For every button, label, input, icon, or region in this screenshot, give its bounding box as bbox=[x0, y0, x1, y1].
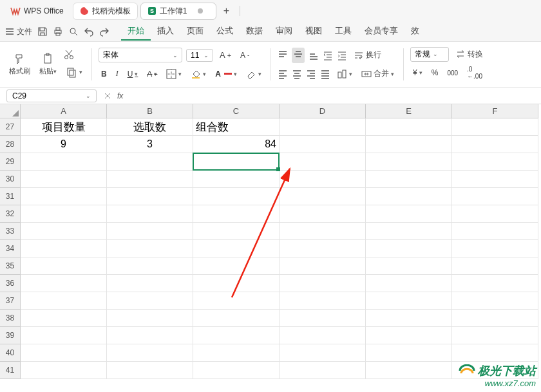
cell-B33[interactable] bbox=[107, 223, 193, 240]
cell-B34[interactable] bbox=[107, 240, 193, 257]
cell-D32[interactable] bbox=[280, 205, 366, 223]
cell-C41[interactable] bbox=[193, 362, 280, 379]
cell-E39[interactable] bbox=[366, 327, 452, 344]
cell-D38[interactable] bbox=[280, 310, 366, 327]
cell-D27[interactable] bbox=[280, 118, 366, 136]
row-header-29[interactable]: 29 bbox=[0, 153, 21, 171]
hamburger-menu[interactable]: 文件 bbox=[5, 26, 32, 37]
cell-B27[interactable]: 选取数 bbox=[107, 118, 193, 136]
col-header-D[interactable]: D bbox=[280, 104, 366, 118]
font-size-select[interactable]: 11⌄ bbox=[186, 49, 213, 62]
menu-tab-6[interactable]: 视图 bbox=[299, 23, 328, 41]
row-header-34[interactable]: 34 bbox=[0, 240, 21, 257]
cell-C33[interactable] bbox=[193, 223, 280, 240]
col-header-F[interactable]: F bbox=[452, 104, 538, 118]
row-header-41[interactable]: 41 bbox=[0, 362, 21, 379]
cell-D41[interactable] bbox=[280, 362, 366, 379]
spreadsheet-grid[interactable]: ABCDEF 272829303132333435363738394041 项目… bbox=[0, 104, 541, 392]
row-header-30[interactable]: 30 bbox=[0, 171, 21, 188]
underline-button[interactable]: U ▾ bbox=[125, 68, 141, 80]
cell-E32[interactable] bbox=[366, 205, 452, 223]
cell-D35[interactable] bbox=[280, 257, 366, 275]
cell-F30[interactable] bbox=[452, 171, 538, 188]
row-header-28[interactable]: 28 bbox=[0, 136, 21, 153]
cell-B31[interactable] bbox=[107, 188, 193, 205]
align-center-icon[interactable] bbox=[292, 69, 302, 79]
cell-F37[interactable] bbox=[452, 292, 538, 310]
comma-button[interactable]: 000 bbox=[444, 68, 460, 79]
menu-tab-3[interactable]: 公式 bbox=[210, 23, 240, 41]
percent-button[interactable]: % bbox=[429, 66, 441, 79]
row-header-39[interactable]: 39 bbox=[0, 327, 21, 344]
orientation-button[interactable]: ▾ bbox=[334, 67, 355, 81]
name-box[interactable]: C29 ⌄ bbox=[6, 89, 97, 102]
new-tab-button[interactable]: + bbox=[219, 4, 233, 18]
cell-A34[interactable] bbox=[21, 240, 107, 257]
align-bottom-icon[interactable] bbox=[308, 50, 319, 61]
document-tab[interactable]: S 工作簿1 bbox=[140, 3, 217, 20]
col-header-A[interactable]: A bbox=[21, 104, 107, 118]
cell-C37[interactable] bbox=[193, 292, 280, 310]
align-left-icon[interactable] bbox=[278, 69, 288, 79]
cell-A32[interactable] bbox=[21, 205, 107, 223]
align-middle-icon[interactable] bbox=[293, 49, 303, 59]
increase-indent-icon[interactable] bbox=[337, 50, 347, 61]
cell-E40[interactable] bbox=[366, 344, 452, 362]
cell-F36[interactable] bbox=[452, 275, 538, 292]
menu-tab-0[interactable]: 开始 bbox=[121, 23, 151, 41]
cell-F39[interactable] bbox=[452, 327, 538, 344]
menu-tab-2[interactable]: 页面 bbox=[180, 23, 210, 41]
fx-label[interactable]: fx bbox=[117, 91, 123, 100]
row-header-33[interactable]: 33 bbox=[0, 223, 21, 240]
select-all-corner[interactable] bbox=[0, 104, 21, 118]
cell-F27[interactable] bbox=[452, 118, 538, 136]
formula-input[interactable] bbox=[129, 91, 535, 100]
cell-A28[interactable]: 9 bbox=[21, 136, 107, 153]
decrease-font-button[interactable]: A- bbox=[238, 49, 252, 62]
col-header-E[interactable]: E bbox=[366, 104, 452, 118]
cell-C40[interactable] bbox=[193, 344, 280, 362]
justify-icon[interactable] bbox=[320, 69, 330, 79]
cell-D37[interactable] bbox=[280, 292, 366, 310]
merge-button[interactable]: 合并▾ bbox=[359, 66, 397, 81]
col-header-B[interactable]: B bbox=[107, 104, 193, 118]
menu-tab-1[interactable]: 插入 bbox=[151, 23, 180, 41]
cell-D30[interactable] bbox=[280, 171, 366, 188]
print-icon[interactable] bbox=[53, 26, 63, 37]
cell-F34[interactable] bbox=[452, 240, 538, 257]
cell-E27[interactable] bbox=[366, 118, 452, 136]
cell-A38[interactable] bbox=[21, 310, 107, 327]
menu-tab-9[interactable]: 效 bbox=[404, 23, 426, 41]
cell-C34[interactable] bbox=[193, 240, 280, 257]
print-preview-icon[interactable] bbox=[68, 26, 79, 37]
cell-E30[interactable] bbox=[366, 171, 452, 188]
cell-C35[interactable] bbox=[193, 257, 280, 275]
cell-A40[interactable] bbox=[21, 344, 107, 362]
cell-A37[interactable] bbox=[21, 292, 107, 310]
cell-C29[interactable] bbox=[193, 153, 280, 171]
cell-B28[interactable]: 3 bbox=[107, 136, 193, 153]
col-header-C[interactable]: C bbox=[193, 104, 280, 118]
row-header-37[interactable]: 37 bbox=[0, 292, 21, 310]
cell-E34[interactable] bbox=[366, 240, 452, 257]
row-header-38[interactable]: 38 bbox=[0, 310, 21, 327]
save-icon[interactable] bbox=[37, 26, 48, 37]
cell-E35[interactable] bbox=[366, 257, 452, 275]
cell-F35[interactable] bbox=[452, 257, 538, 275]
cell-A29[interactable] bbox=[21, 153, 107, 171]
menu-tab-7[interactable]: 工具 bbox=[328, 23, 358, 41]
paste-button[interactable]: 粘贴▾ bbox=[37, 51, 59, 78]
cell-C36[interactable] bbox=[193, 275, 280, 292]
cell-C38[interactable] bbox=[193, 310, 280, 327]
menu-tab-4[interactable]: 数据 bbox=[240, 23, 269, 41]
decrease-indent-icon[interactable] bbox=[323, 50, 333, 61]
cell-F38[interactable] bbox=[452, 310, 538, 327]
font-color-button[interactable]: A▾ bbox=[213, 68, 240, 80]
wrap-text-button[interactable]: 换行 bbox=[351, 48, 384, 62]
cell-F40[interactable] bbox=[452, 344, 538, 362]
row-header-31[interactable]: 31 bbox=[0, 188, 21, 205]
cancel-icon[interactable] bbox=[103, 91, 112, 100]
align-top-icon[interactable] bbox=[278, 50, 288, 61]
cell-D39[interactable] bbox=[280, 327, 366, 344]
cell-D34[interactable] bbox=[280, 240, 366, 257]
